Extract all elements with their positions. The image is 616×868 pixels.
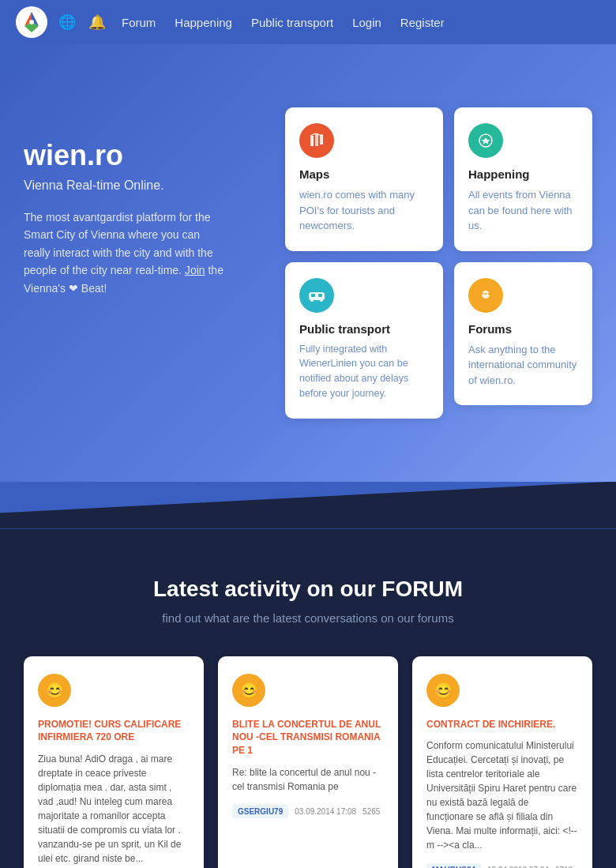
- happening-title: Happening: [468, 167, 578, 181]
- svg-line-5: [310, 133, 315, 136]
- svg-point-15: [482, 292, 483, 294]
- transport-title: Public transport: [299, 322, 429, 336]
- nav-register[interactable]: Register: [400, 16, 445, 29]
- svg-rect-3: [315, 133, 318, 146]
- forum-post-1-title: PROMOTIE! CURS CALIFICARE INFIRMIERA 720…: [38, 718, 190, 745]
- globe-icon[interactable]: 🌐: [58, 13, 76, 31]
- forum-cards: 😊 PROMOTIE! CURS CALIFICARE INFIRMIERA 7…: [24, 656, 592, 869]
- svg-rect-2: [310, 136, 314, 146]
- maps-title: Maps: [299, 167, 429, 181]
- forums-card: Forums Ask anything to the international…: [454, 262, 592, 406]
- hero-section: wien.ro Vienna Real-time Online. The mos…: [0, 44, 616, 482]
- forum-post-2-author: GSERGIU79: [232, 805, 288, 818]
- forum-post-2[interactable]: 😊 BLITE LA CONCERTUL DE ANUL NOU -CEL TR…: [218, 656, 398, 869]
- forum-post-2-meta: GSERGIU79 03.09.2014 17:08 5265: [232, 805, 384, 818]
- forum-post-2-date: 03.09.2014 17:08: [295, 807, 356, 816]
- happening-card: Happening All events from Vienna can be …: [454, 107, 592, 251]
- forums-description: Ask anything to the international commun…: [468, 342, 578, 389]
- svg-point-9: [310, 299, 314, 302]
- forum-post-1-body: Ziua buna! AdiO draga , ai mare dreptate…: [38, 752, 190, 866]
- logo[interactable]: [16, 6, 47, 38]
- maps-description: wien.ro comes with many POI's for touris…: [299, 187, 429, 234]
- transport-description: Fully integrated with WienerLinien you c…: [299, 342, 429, 401]
- svg-point-17: [487, 292, 489, 294]
- forum-avatar-2: 😊: [232, 674, 265, 707]
- forums-title: Forums: [468, 322, 578, 336]
- happening-description: All events from Vienna can be found here…: [468, 187, 578, 234]
- join-link[interactable]: Join: [185, 264, 205, 276]
- bell-icon[interactable]: 🔔: [88, 13, 106, 31]
- maps-icon: [299, 123, 334, 158]
- transport-icon: [299, 278, 334, 313]
- nav-public-transport[interactable]: Public transport: [251, 16, 333, 29]
- forum-section: Latest activity on our FORUM find out wh…: [0, 529, 616, 869]
- svg-rect-4: [320, 135, 323, 145]
- nav-happening[interactable]: Happening: [175, 16, 232, 29]
- maps-card: Maps wien.ro comes with many POI's for t…: [285, 107, 443, 251]
- forum-post-2-body: Re: blite la concertul de anul nou -cel …: [232, 765, 384, 794]
- hero-title: wien.ro: [24, 139, 261, 172]
- forum-post-1[interactable]: 😊 PROMOTIE! CURS CALIFICARE INFIRMIERA 7…: [24, 656, 204, 869]
- wave-divider: [0, 482, 616, 529]
- forum-post-3[interactable]: 😊 CONTRACT DE INCHIRIERE. Conform comuni…: [412, 656, 592, 869]
- forum-avatar-1: 😊: [38, 674, 71, 707]
- svg-point-16: [485, 292, 486, 294]
- forum-post-2-views: 5265: [362, 807, 380, 816]
- nav-login[interactable]: Login: [352, 16, 381, 29]
- forums-icon: [468, 278, 503, 313]
- svg-point-10: [320, 299, 323, 302]
- forum-section-subtitle: find out what are the latest conversatio…: [24, 611, 592, 625]
- hero-left: wien.ro Vienna Real-time Online. The mos…: [24, 92, 261, 297]
- svg-point-1: [29, 20, 34, 24]
- cards-area: Maps wien.ro comes with many POI's for t…: [285, 92, 592, 419]
- hero-description: The most avantgardist platform for the S…: [24, 209, 229, 297]
- forum-post-3-body: Conform comunicatului Ministerului Educa…: [426, 738, 578, 852]
- forum-post-3-meta: MAURUS64 18.04.2013 07:04 6710: [426, 863, 578, 868]
- forum-avatar-3: 😊: [426, 674, 460, 707]
- forum-post-2-title: BLITE LA CONCERTUL DE ANUL NOU -CEL TRAN…: [232, 718, 384, 757]
- forum-post-3-title: CONTRACT DE INCHIRIERE.: [426, 718, 578, 731]
- navbar: 🌐 🔔 Forum Happening Public transport Log…: [0, 0, 616, 44]
- cards-col-right: Happening All events from Vienna can be …: [454, 107, 592, 419]
- happening-icon: [468, 123, 503, 158]
- nav-forum[interactable]: Forum: [122, 16, 156, 29]
- hero-tagline: Vienna Real-time Online.: [24, 178, 261, 193]
- forum-post-3-author: MAURUS64: [426, 863, 481, 868]
- transport-card: Public transport Fully integrated with W…: [285, 262, 443, 419]
- cards-col-left: Maps wien.ro comes with many POI's for t…: [285, 107, 443, 419]
- navbar-links: Forum Happening Public transport Login R…: [122, 16, 445, 29]
- forum-section-title: Latest activity on our FORUM: [24, 577, 592, 602]
- svg-rect-12: [318, 294, 322, 297]
- svg-rect-11: [311, 294, 315, 297]
